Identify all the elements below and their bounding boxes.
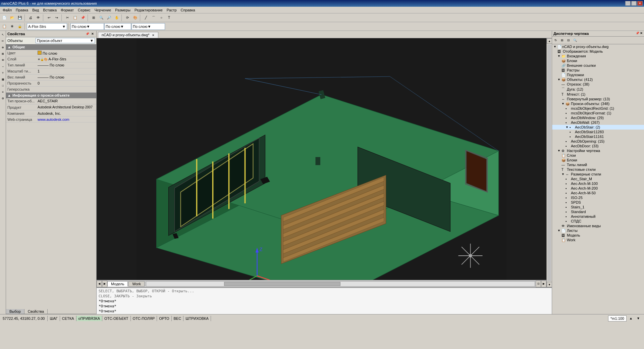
grid-btn[interactable]: СЕТКА — [60, 316, 76, 321]
tree-item-aecstair[interactable]: ▼ ▪ AecDbStair: (2) — [552, 125, 644, 130]
rp-expand-btn[interactable]: ⊞ — [559, 37, 565, 43]
menu-item-редактирование[interactable]: Редактирование — [132, 7, 165, 13]
tree-item-sheets[interactable]: ▼ 📄 Листы — [552, 228, 644, 233]
menu-item-растр[interactable]: Растр — [165, 7, 179, 13]
tree-item-stair11161[interactable]: ▪ AecDbStair11161 — [552, 134, 644, 139]
h-scrollbar[interactable] — [146, 281, 535, 287]
3d-viewport[interactable]: Z Y X — [97, 38, 546, 280]
tree-item-display[interactable]: 🖼 Отображается: Модель — [552, 49, 644, 54]
tree-item-dimstyles[interactable]: ▼ ↔ Размерные стили — [552, 172, 644, 177]
properties-tab[interactable]: Свойства — [24, 309, 48, 314]
hatch-btn[interactable]: ▦ — [0, 77, 6, 82]
text-left-btn[interactable]: T — [0, 70, 6, 76]
tab-close-icon[interactable]: ✕ — [152, 34, 155, 37]
tree-item-blocks[interactable]: 📦 Блоки — [552, 58, 644, 63]
render-btn[interactable]: 🎨 — [131, 14, 139, 21]
draw-btn[interactable]: ✏ — [0, 38, 6, 44]
tree-item-stair11283[interactable]: ▪ AecDbStair11283 — [552, 130, 644, 134]
tree-item-mcsformat[interactable]: ▪ mcsDbObjectFormat: (1) — [552, 111, 644, 115]
copy-btn[interactable]: 📋 — [71, 14, 79, 21]
rp-tree-scroll[interactable]: ▼ 📄 nCAD и proxy-объекты.dwg 🖼 Отображае… — [552, 44, 644, 314]
tree-item-aecwindow[interactable]: ▪ AecDbWindow: (29) — [552, 115, 644, 120]
layer-lock-btn[interactable]: 🔒 — [16, 23, 23, 30]
status-up-btn[interactable]: ▲ — [628, 315, 634, 321]
menu-item-формат[interactable]: Формат — [59, 7, 76, 13]
tree-item-objects[interactable]: ▼ 📦 Объекты: (412) — [552, 77, 644, 82]
view-btn[interactable]: 👁 — [0, 57, 6, 63]
menu-item-правка[interactable]: Правка — [14, 7, 30, 13]
rp-close-icon[interactable]: ✕ — [640, 32, 643, 36]
osnap-btn[interactable]: оПРИВЯЗКА — [76, 316, 103, 321]
scroll-up-btn[interactable]: ▲ — [547, 38, 552, 44]
viewport-mode-btn[interactable]: ⊡ — [536, 281, 541, 287]
tree-item-aecdbdoor[interactable]: ▪ AecDbDoor: (33) — [552, 144, 644, 148]
minimize-button[interactable]: _ — [625, 1, 631, 6]
redo-btn[interactable]: ↪ — [53, 14, 60, 21]
linetype2-dropdown[interactable]: По слою▼ — [131, 23, 165, 30]
pan-btn[interactable]: ✋ — [113, 14, 120, 21]
scroll-left-btn[interactable]: ◀ — [97, 281, 102, 287]
menu-item-файл[interactable]: Файл — [1, 7, 14, 13]
rp-filter-btn[interactable]: 🔍 — [572, 37, 578, 43]
obj-snap-btn[interactable]: ОТС-ОБЪЕКТ — [102, 316, 130, 321]
tree-item-xrefs[interactable]: 🔗 Внешние ссылки — [552, 63, 644, 68]
block-btn[interactable]: □ — [0, 83, 6, 88]
layer-dropdown[interactable]: A-Flor-Strs ▼ — [27, 23, 67, 30]
zoom-ext-btn[interactable]: ⊞ — [90, 14, 97, 21]
menu-item-размеры[interactable]: Размеры — [113, 7, 132, 13]
menu-item-сервис[interactable]: Сервис — [76, 7, 93, 13]
menu-item-вставка[interactable]: Вставка — [41, 7, 59, 13]
open-btn[interactable]: 📂 — [8, 14, 16, 21]
tree-item-arch-50[interactable]: ▪ Aec-Arch-M-50 — [552, 191, 644, 195]
proxy-section-header[interactable]: ▲ Информация о прокси-объекте — [6, 93, 96, 98]
snap-btn[interactable]: ⊠ — [0, 51, 6, 56]
tree-item-layers[interactable]: 📋 Слои — [552, 153, 644, 158]
panel-close-icon[interactable]: ✕ — [90, 32, 95, 36]
work-tab[interactable]: Work — [128, 281, 144, 287]
tree-item-arch-200[interactable]: ▪ Aec-Arch-M-200 — [552, 186, 644, 191]
rp-pin-btn[interactable]: 📌 — [636, 32, 639, 36]
v-scrollbar[interactable]: ▲ ▼ — [546, 38, 552, 287]
v-scroll-thumb[interactable] — [547, 44, 551, 281]
tree-item-proxy-objects[interactable]: ▼ 📦 Прокси-объекты: (348) — [552, 101, 644, 106]
tree-item-work-sheet[interactable]: 📋 Work — [552, 238, 644, 242]
linetype1-dropdown[interactable]: По слою▼ — [70, 23, 104, 30]
props-scroll[interactable]: ▲ Общие Цвет По слою Слой ☀🔓🎨 A-Flor-Str… — [6, 44, 96, 309]
preview-btn[interactable]: 👁 — [35, 14, 42, 21]
select-btn[interactable]: ↖ — [0, 32, 6, 37]
menu-item-вид[interactable]: Вид — [30, 7, 41, 13]
drawing-tab[interactable]: nCAD и proxy-объекты.dwg* ✕ — [98, 32, 158, 38]
lineweight-status-btn[interactable]: ВЕС — [172, 316, 184, 321]
select-tab[interactable]: Выбор — [6, 309, 24, 314]
rp-refresh-btn[interactable]: ↻ — [553, 37, 559, 43]
tree-item-model-sheet[interactable]: 🖼 Модель — [552, 233, 644, 238]
tree-item-aecdbopening[interactable]: ▪ AecDbOpening: (15) — [552, 139, 644, 144]
tree-item-linetypes[interactable]: — Типы линий — [552, 162, 644, 167]
tree-item-root[interactable]: ▼ 📄 nCAD и proxy-объекты.dwg — [552, 44, 644, 49]
tree-item-line[interactable]: — Отрезок: (38) — [552, 82, 644, 87]
zoom-in-btn[interactable]: 🔍 — [98, 14, 105, 21]
hatch-status-btn[interactable]: ШТРИХОВКА — [183, 316, 211, 321]
tree-item-named-views[interactable]: 👁 Именованные виды — [552, 223, 644, 228]
new-btn[interactable]: 📄 — [1, 14, 8, 21]
arrow-right-end[interactable]: ▶ — [541, 281, 546, 287]
3d-orbit-btn[interactable]: ⟳ — [124, 14, 131, 21]
layer-left-btn[interactable]: ≡ — [0, 89, 6, 95]
modify-btn[interactable]: ⊕ — [0, 45, 6, 50]
paste-btn[interactable]: 📌 — [79, 14, 87, 21]
circle-btn[interactable]: ○ — [158, 14, 165, 21]
zoom-out-btn[interactable]: 🔎 — [105, 14, 113, 21]
scroll-down-btn[interactable]: ▼ — [547, 282, 552, 287]
layer-freeze-btn[interactable]: ❄ — [8, 23, 16, 30]
scroll-right-btn[interactable]: ▶ — [102, 281, 107, 287]
menu-item-черчение[interactable]: Черчение — [93, 7, 113, 13]
tree-item-settings[interactable]: ▼ ⚙ Настройки чертежа — [552, 148, 644, 153]
polar-btn[interactable]: ОТС-ПОЛЯР — [131, 316, 157, 321]
undo-btn[interactable]: ↩ — [45, 14, 53, 21]
tree-item-blocks2[interactable]: 📦 Блоки — [552, 158, 644, 162]
print-btn[interactable]: 🖨 — [27, 14, 34, 21]
tree-item-rasters[interactable]: 🖼 Растры — [552, 68, 644, 72]
line-btn[interactable]: ╱ — [142, 14, 150, 21]
arc-btn[interactable]: ⌒ — [150, 14, 157, 21]
status-down-btn[interactable]: ▼ — [635, 315, 641, 321]
